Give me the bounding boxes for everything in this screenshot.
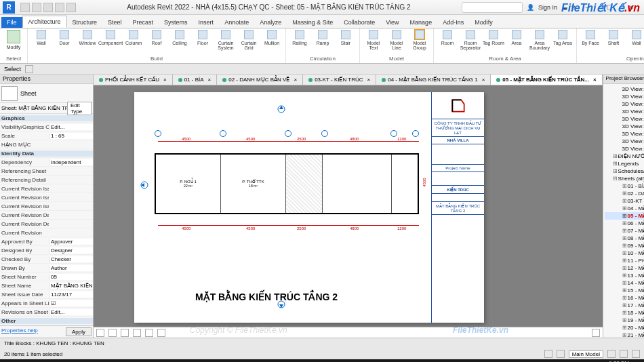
property-value[interactable]: Edit... [49,124,93,130]
property-value[interactable]: 1 : 65 [49,133,93,139]
room-button[interactable]: Room [437,30,458,50]
expand-icon[interactable]: ⊞ [622,212,628,220]
area-boundary-button[interactable]: Area Boundary [529,30,550,50]
tree-node[interactable]: ⊞01 - BÌA [605,182,644,190]
tree-node[interactable]: ⊞09 - MẶT ĐỨNG TRỤC A-B [605,242,644,249]
expand-icon[interactable]: ⊞ [622,331,628,338]
property-row[interactable]: Drawn ByAuthor [0,264,93,273]
expand-icon[interactable]: ⊞ [613,153,618,160]
tree-node[interactable]: ⊟Sheets (all) [605,175,644,182]
tree-node[interactable]: 3D View: PHỐI CẢNH GT [605,100,644,108]
tree-node[interactable]: ⊞17 - MẶT BẰNG LÁT GẠCH TẦNG 2 [605,302,644,309]
floor-button[interactable]: Floor [192,30,214,50]
mullion-button[interactable]: Mullion [261,30,283,50]
model-line-button[interactable]: Model Line [386,30,407,50]
property-row[interactable]: Referencing Detail [0,176,93,184]
property-row[interactable]: HẠNG MỤC [0,140,93,149]
tree-node[interactable]: ⊞13 - MẶT BẰNG TƯỜNG XÂY TẦNG 1 [605,272,644,279]
ribbon-tab-analyze[interactable]: Analyze [254,17,287,28]
view-tab[interactable]: 02 - DANH MỤC BẢN VẼ× [217,75,303,85]
qat-undo-icon[interactable] [43,3,53,12]
tree-node[interactable]: ⊞06 - MẶT BẰNG KIẾN TRÚC TẦNG 3 [605,220,644,227]
ribbon-tab-add-ins[interactable]: Add-Ins [437,17,469,28]
grid-bubble[interactable] [220,130,226,137]
expand-icon[interactable]: ⊞ [622,227,628,235]
view-tab[interactable]: 04 - MẶT BẰNG KIẾN TRÚC TẦNG 1× [376,75,491,85]
grid-bubble[interactable] [321,130,328,137]
view-tab[interactable]: 01 - BÌA× [173,75,218,85]
sign-in-link[interactable]: Sign In [538,4,557,11]
expand-icon[interactable]: ⊞ [622,294,628,302]
expand-icon[interactable]: ⊞ [622,249,628,257]
ribbon-tab-manage[interactable]: Manage [405,17,438,28]
tree-node[interactable]: ⊞Legends [605,160,644,167]
select-pinned-icon[interactable] [620,350,628,358]
curtain-system-button[interactable]: Curtain System [215,30,237,50]
tree-node[interactable]: ⊞16 - MẶT BẰNG LÁT GẠCH TẦNG 1 [605,294,644,302]
property-value[interactable]: Edit... [49,309,93,315]
tree-node[interactable]: 3D View: PHỐI CẢNH THANG [605,138,644,145]
worksets-icon[interactable] [544,350,552,358]
property-row[interactable]: Approved ByApprover [0,237,93,246]
tree-node[interactable]: ⊞05 - MẶT BẰNG KIẾN TRÚC TẦNG 2 [605,212,644,220]
tree-node[interactable]: 3D View: PHỐI CẢNH MẶT CẮT 2-2 [605,130,644,138]
tree-node[interactable]: ⊞Schedules/Quantities (all) [605,167,644,175]
expand-icon[interactable]: ⊞ [622,302,628,309]
model-group-button[interactable]: Model Group [409,30,430,50]
tree-node[interactable]: 3D View: PHỐI CẢNH MẶT CẮT 1-1 [605,123,644,130]
property-value[interactable]: 11/23/17 [49,291,93,298]
property-row[interactable]: Current Revision [0,228,93,237]
crop-icon[interactable] [157,329,165,337]
expand-icon[interactable]: ⊞ [613,160,618,167]
expand-icon[interactable]: ⊞ [622,264,628,272]
collapse-icon[interactable]: ⊟ [613,175,618,182]
elevation-marker-icon[interactable] [140,180,149,190]
close-tab-icon[interactable]: × [367,77,371,83]
grid-bubble[interactable] [412,130,419,137]
expand-icon[interactable]: ⊞ [622,242,628,249]
expand-icon[interactable]: ⊞ [622,197,628,205]
tree-node[interactable]: 3D View: PHỐI CẢNH KẾT CẤU [605,115,644,123]
tree-node[interactable]: ⊞21 - MẶT BẰNG BỐ TRÍ CỬA TẦNG 3 [605,331,644,338]
property-row[interactable]: Appears In Sheet List☑ [0,299,93,308]
tree-node[interactable]: ⊞08 - MẶT ĐỨNG TRỤC B-A [605,235,644,242]
modify-button[interactable]: Modify [3,30,24,49]
model-text-button[interactable]: Model Text [363,30,384,50]
close-tab-icon[interactable]: × [294,77,297,83]
grid-bubble[interactable] [155,130,161,137]
curtain-grid-button[interactable]: Curtain Grid [238,30,260,50]
property-value[interactable]: ☑ [49,300,93,306]
main-model-selector[interactable]: Main Model [569,350,603,358]
property-row[interactable]: Checked ByChecker [0,255,93,264]
expand-icon[interactable]: ⊞ [622,257,628,264]
apply-button[interactable]: Apply [66,327,92,336]
ribbon-tab-collaborate[interactable]: Collaborate [338,17,380,28]
tree-node[interactable]: 3D View: PHỐI CẢNH 1 [605,85,644,93]
property-row[interactable]: Sheet Issue Date11/23/17 [0,290,93,299]
shadows-icon[interactable] [145,329,153,337]
tree-node[interactable]: ⊞18 - MẶT BẰNG LÁT GẠCH TẦNG 3 [605,309,644,317]
floor-plan[interactable]: P. NGỦ 1 22 m² P. THỜ TTK 18 m² [155,153,419,214]
tree-node[interactable]: 3D View: PHỐI CẢNH GT2 [605,108,644,115]
detail-level-icon[interactable] [108,329,117,337]
tag-room-button[interactable]: Tag Room [483,30,504,50]
title-block[interactable]: CÔNG TY TNHH ĐẦU TƯ THƯƠNG MẠI DỊCH VỤ L… [431,92,484,323]
expand-icon[interactable]: ⊞ [622,205,628,212]
drawing-canvas[interactable]: 4500 4500 2500 4800 1200 4500 4500 2500 … [94,85,603,327]
sun-path-icon[interactable] [133,329,141,337]
user-icon[interactable]: 👤 [527,4,534,11]
property-row[interactable]: DependencyIndependent [0,158,93,167]
type-selector[interactable]: Sheet [0,84,93,103]
stair-button[interactable]: Stair [335,30,357,45]
scale-button[interactable] [96,329,104,337]
expand-icon[interactable]: ⊞ [622,287,628,294]
ribbon-tab-precast[interactable]: Precast [127,17,159,28]
tree-node[interactable]: ⊞03-KT - KIẾN TRÚC [605,197,644,205]
close-tab-icon[interactable]: × [482,77,485,83]
property-row[interactable]: Current Revision Desc... [0,220,93,228]
tree-node[interactable]: ⊞11 - PHỐI CẢNH MC 1-1 [605,257,644,264]
ribbon-tab-file[interactable]: File [1,17,22,28]
by-face-button[interactable]: By Face [580,30,601,45]
wall-button[interactable]: Wall [626,30,644,45]
tree-node[interactable]: ⊞ĐIỆN NƯỚC (M&E) [605,153,644,160]
